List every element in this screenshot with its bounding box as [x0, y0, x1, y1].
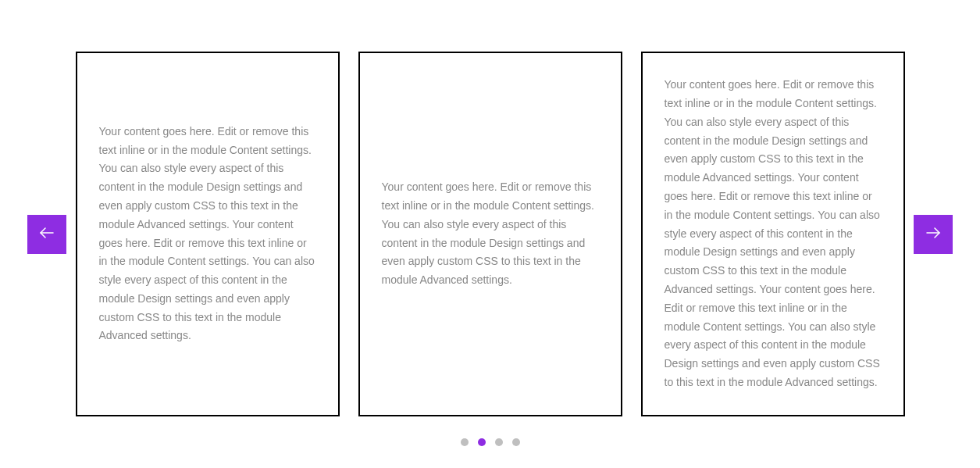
- carousel-container: Your content goes here. Edit or remove t…: [0, 0, 980, 468]
- card-text: Your content goes here. Edit or remove t…: [382, 178, 599, 290]
- dot-3[interactable]: [495, 438, 503, 446]
- dot-4[interactable]: [512, 438, 520, 446]
- dot-2[interactable]: [478, 438, 486, 446]
- arrow-left-icon: [37, 223, 56, 245]
- next-button[interactable]: [914, 215, 953, 254]
- dot-1[interactable]: [461, 438, 469, 446]
- card-text: Your content goes here. Edit or remove t…: [665, 76, 882, 392]
- card-text: Your content goes here. Edit or remove t…: [99, 123, 316, 346]
- cards-wrapper: Your content goes here. Edit or remove t…: [0, 52, 980, 416]
- pagination-dots: [461, 438, 520, 446]
- carousel-card: Your content goes here. Edit or remove t…: [641, 52, 905, 416]
- prev-button[interactable]: [27, 215, 66, 254]
- arrow-right-icon: [924, 223, 943, 245]
- carousel-card: Your content goes here. Edit or remove t…: [358, 52, 622, 416]
- carousel-card: Your content goes here. Edit or remove t…: [76, 52, 340, 416]
